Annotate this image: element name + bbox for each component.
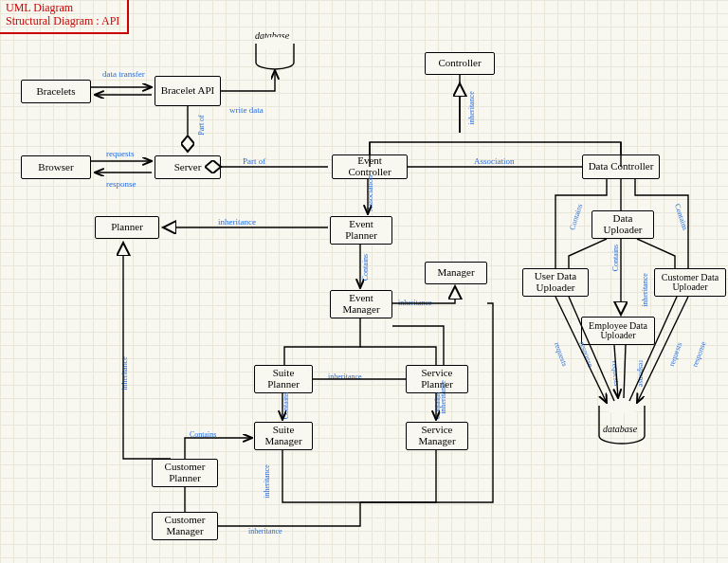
lbl-partof-h: Part of [243,157,265,166]
db-bottom-label: database [603,424,637,434]
lbl-requests: requests [106,150,135,158]
lbl-cont-suitep-suitem: Contains [282,392,290,419]
lbl-cont-dc-du1: Contains [569,203,584,231]
lbl-inh-servplan: inheritance [440,380,447,414]
node-data-uploader: Data Uploader [592,210,654,239]
lbl-req1: requests [553,341,568,367]
node-planner: Planner [95,216,159,239]
node-bracelet-api: Bracelet API [155,76,221,106]
diagram-title: UML Diagram Structural Diagram : API [0,0,129,34]
lbl-assoc-evctrl-evplan: Association [367,175,374,211]
lbl-data-transfer: data transfer [102,70,145,79]
db-top-label: database [255,30,289,41]
lbl-inh-cplan-planner: inheritance [121,356,129,390]
node-customer-planner: Customer Planner [152,459,218,487]
node-event-manager: Event Manager [330,290,392,318]
lbl-req3: requests [668,341,683,367]
lbl-inh-cmgr: inheritance [248,528,282,536]
node-employee-data-uploader: Employee Data Uploader [581,317,655,345]
lbl-inh-controller: inheritance [468,91,476,125]
node-suite-planner: Suite Planner [254,365,313,393]
lbl-cont-dc-du2: Contains [673,203,688,231]
node-event-planner: Event Planner [330,216,392,245]
db-top-icon [256,37,294,69]
title-line-1: UML Diagram [6,2,119,15]
lbl-cont-cplan-smgr: Contains [190,431,216,439]
db-bottom-icon [599,398,645,444]
lbl-inh-planner: inheritance [218,218,256,227]
lbl-association: Association [474,157,515,166]
lbl-inh-du: inheritance [642,273,649,307]
node-server: Server [155,155,221,179]
svg-line-23 [569,297,614,401]
lbl-resp2: response [637,360,645,387]
node-customer-manager: Customer Manager [152,512,218,540]
node-service-manager: Service Manager [406,422,468,450]
node-suite-manager: Suite Manager [254,422,313,450]
lbl-inh-sumgr: inheritance [264,464,271,499]
node-controller: Controller [425,52,495,75]
lbl-cont-evplan-evmgr: Contains [362,254,370,281]
lbl-inh-evmgr-mgr: inheritance [398,300,432,307]
node-service-planner: Service Planner [406,365,468,393]
svg-point-1 [599,398,645,413]
node-data-controller: Data Controller [582,154,660,179]
lbl-cont-du-inner: Contains [612,245,620,271]
svg-line-25 [624,345,626,398]
node-customer-data-uploader: Customer Data Uploader [654,268,726,297]
title-line-2: Structural Diagram : API [6,15,119,28]
lbl-response: response [106,180,136,189]
node-manager: Manager [425,262,487,284]
node-bracelets: Bracelets [21,80,91,103]
lbl-req2: requests [610,361,620,387]
lbl-resp3: response [691,340,707,368]
node-browser: Browser [21,155,91,179]
lbl-write-data: write data [229,106,264,115]
node-user-data-uploader: User Data Uploader [522,268,589,297]
connectors [0,0,728,563]
lbl-inh-suite-service: inheritance [328,373,362,381]
lbl-partof-v: Part of [198,115,206,136]
